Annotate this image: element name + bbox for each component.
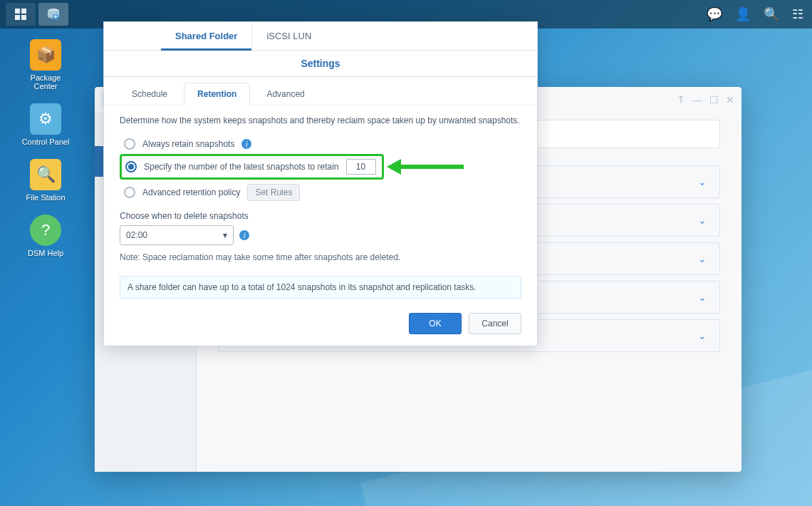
arrow-annotation [385,156,467,177]
chevron-down-icon: ⌄ [698,291,707,303]
widgets-icon[interactable]: ☷ [789,4,806,25]
desktop-icon-control-panel[interactable]: ⚙ Control Panel [20,103,71,146]
radio-label: Advanced retention policy [142,187,240,197]
svg-rect-0 [15,9,20,14]
tab-schedule[interactable]: Schedule [118,83,181,105]
set-rules-button[interactable]: Set Rules [247,184,300,201]
chat-icon[interactable]: 💬 [704,4,725,25]
settings-description: Determine how the system keeps snapshots… [120,114,521,127]
info-bar: A share folder can have up to a total of… [120,276,521,299]
svg-rect-3 [21,15,26,20]
delete-time-label: Choose when to delete snapshots [120,211,521,221]
dialog-sub-tabs: Schedule Retention Advanced [104,77,537,105]
radio-advanced-policy[interactable]: Advanced retention policy Set Rules [120,180,521,205]
maximize-icon[interactable]: ☐ [709,94,719,105]
desktop-icon-label: DSM Help [28,249,63,257]
chevron-down-icon: ⌄ [698,330,707,341]
svg-rect-2 [15,15,20,20]
minimize-icon[interactable]: — [692,94,702,105]
pin-icon[interactable]: ⤒ [677,94,685,105]
radio-specify-number[interactable]: Specify the number of the latest snapsho… [125,159,376,175]
ok-button[interactable]: OK [409,313,462,334]
settings-dialog: Shared Folder iSCSI LUN Settings Schedul… [103,21,538,346]
taskbar-backup-button[interactable] [38,3,68,26]
desktop-icon-label: Package Center [20,73,71,91]
settings-icon: ⚙ [30,103,61,135]
radio-label: Specify the number of the latest snapsho… [144,162,339,172]
tab-shared-folder[interactable]: Shared Folder [161,22,252,50]
dialog-title: Settings [104,51,537,77]
dropdown-icon: ▾ [223,230,227,240]
grid-icon [14,8,27,21]
user-icon[interactable]: 👤 [732,4,754,25]
chevron-down-icon: ⌄ [698,215,707,226]
tab-advanced[interactable]: Advanced [253,83,318,105]
close-icon[interactable]: ✕ [726,94,734,105]
search-icon[interactable]: 🔍 [761,4,782,25]
radio-icon [124,138,135,150]
chevron-down-icon: ⌄ [698,253,707,264]
retain-count-input[interactable] [346,159,376,175]
cancel-button[interactable]: Cancel [469,313,521,334]
chevron-down-icon: ⌄ [698,176,707,187]
radio-icon [125,161,137,172]
folder-icon: 🔍 [30,159,61,190]
desktop-icon-label: File Station [26,193,65,202]
desktop-icon-file-station[interactable]: 🔍 File Station [20,159,71,202]
radio-label: Always retain snapshots [142,139,234,149]
disk-icon [46,6,61,22]
delete-time-select[interactable]: 02:00 ▾ [120,225,234,245]
desktop-icon-dsm-help[interactable]: ? DSM Help [20,215,71,257]
taskbar-apps-button[interactable] [6,3,36,26]
info-icon[interactable]: i [239,230,249,240]
svg-rect-1 [21,9,26,14]
dialog-top-tabs: Shared Folder iSCSI LUN [104,22,537,51]
note-text: Note: Space reclamation may take some ti… [120,252,521,262]
radio-always-retain[interactable]: Always retain snapshots i [120,134,521,154]
info-icon[interactable]: i [241,139,251,149]
desktop-icons: 📦 Package Center ⚙ Control Panel 🔍 File … [20,39,71,257]
help-icon: ? [30,215,61,246]
tab-retention[interactable]: Retention [184,83,250,105]
tab-iscsi-lun[interactable]: iSCSI LUN [252,22,326,50]
radio-icon [124,187,135,198]
desktop-icon-label: Control Panel [22,138,70,146]
select-value: 02:00 [126,230,147,240]
package-icon: 📦 [30,39,61,71]
desktop-icon-package-center[interactable]: 📦 Package Center [20,39,71,91]
highlight-annotation: Specify the number of the latest snapsho… [120,154,384,180]
